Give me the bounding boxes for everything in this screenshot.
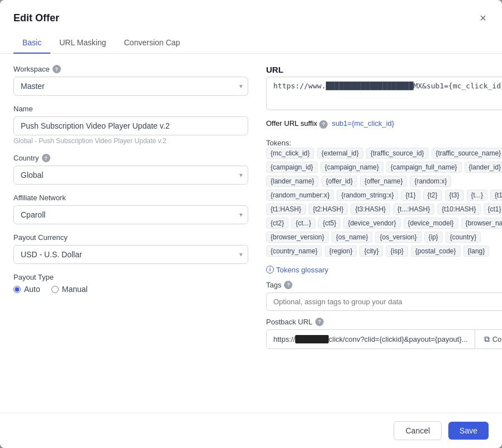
postback-url-label: Postback URL	[266, 318, 312, 326]
name-input[interactable]	[13, 116, 248, 135]
token[interactable]: {ct...}	[291, 218, 315, 229]
close-button[interactable]: ×	[477, 10, 489, 26]
token[interactable]: {t3:HASH}	[351, 204, 390, 215]
token[interactable]: {t1:HASH}	[266, 204, 306, 215]
token[interactable]: {lang}	[463, 246, 490, 257]
token[interactable]: {t10:HASH}	[437, 204, 480, 215]
token[interactable]: {offer_id}	[321, 176, 357, 187]
token[interactable]: {random_number:x}	[266, 190, 334, 201]
token[interactable]: {lander_id}	[465, 162, 502, 173]
payout-type-manual-label[interactable]: Manual	[51, 285, 88, 294]
workspace-field: Workspace ? Master ▾	[13, 65, 248, 96]
tabs-bar: Basic URL Masking Conversion Cap	[0, 32, 502, 54]
token[interactable]: {t...}	[467, 190, 487, 201]
tab-url-masking[interactable]: URL Masking	[50, 32, 115, 54]
save-button[interactable]: Save	[448, 422, 489, 440]
payout-currency-field: Payout Currency USD - U.S. Dollar ▾	[13, 233, 248, 264]
tokens-container: {mc_click_id}{external_id}{traffic_sourc…	[266, 148, 502, 257]
workspace-select-wrap: Master ▾	[13, 77, 248, 96]
postback-url-text: https:// click/conv?clid={clickid}&payou…	[267, 331, 475, 348]
workspace-select[interactable]: Master	[13, 77, 248, 96]
token[interactable]: {region}	[325, 246, 357, 257]
name-field: Name Global - Push Subscription Video Pl…	[13, 105, 248, 145]
token[interactable]: {traffic_source_name}	[432, 148, 502, 159]
payout-currency-select-wrap: USD - U.S. Dollar ▾	[13, 245, 248, 264]
tab-conversion-cap[interactable]: Conversion Cap	[115, 32, 189, 54]
token[interactable]: {offer_name}	[360, 176, 408, 187]
token[interactable]: {ct1}	[484, 204, 502, 215]
token[interactable]: {campaign_name}	[320, 162, 383, 173]
offer-url-suffix-help-icon: ?	[319, 120, 328, 129]
right-panel: URL https://www.████████████████████MX&s…	[266, 65, 502, 402]
modal-body: Workspace ? Master ▾ Name Global - Push …	[0, 54, 502, 413]
offer-url-suffix-link[interactable]: sub1={mc_click_id}	[331, 119, 394, 128]
token[interactable]: {isp}	[386, 246, 408, 257]
token[interactable]: {t...:HASH}	[393, 204, 434, 215]
tokens-label: Tokens:	[266, 139, 291, 147]
cancel-button[interactable]: Cancel	[394, 421, 442, 440]
token[interactable]: {external_id}	[317, 148, 363, 159]
copy-label: Copy	[492, 335, 502, 343]
country-label: Country	[13, 154, 39, 162]
token[interactable]: {mc_click_id}	[266, 148, 314, 159]
workspace-label: Workspace	[13, 65, 50, 73]
payout-type-manual-radio[interactable]	[51, 286, 59, 293]
token[interactable]: {t2:HASH}	[309, 204, 348, 215]
token[interactable]: {campaign_id}	[266, 162, 318, 173]
modal: Edit Offer × Basic URL Masking Conversio…	[0, 0, 502, 448]
token[interactable]: {os_name}	[331, 232, 372, 243]
token[interactable]: {traffic_source_id}	[366, 148, 429, 159]
payout-type-auto-radio[interactable]	[13, 286, 21, 293]
token[interactable]: {t3}	[445, 190, 464, 201]
offer-url-suffix-row: Offer URL suffix ? sub1={mc_click_id}	[266, 119, 502, 129]
postback-url-field: Postback URL ? https:// click/conv?clid=…	[266, 318, 502, 349]
name-label: Name	[13, 105, 33, 113]
token[interactable]: {ip}	[424, 232, 443, 243]
postback-url-help-icon: ?	[315, 318, 324, 326]
country-select[interactable]: Global	[13, 166, 248, 185]
token[interactable]: {postal_code}	[411, 246, 461, 257]
left-panel: Workspace ? Master ▾ Name Global - Push …	[13, 65, 248, 402]
payout-currency-select[interactable]: USD - U.S. Dollar	[13, 245, 248, 264]
token[interactable]: {t1}	[401, 190, 420, 201]
token[interactable]: {city}	[359, 246, 383, 257]
copy-button[interactable]: ⧉ Copy	[475, 330, 502, 348]
tags-input[interactable]	[266, 293, 502, 311]
token[interactable]: {device_vendor}	[343, 218, 400, 229]
token[interactable]: {os_version}	[375, 232, 421, 243]
tags-help-icon: ?	[284, 281, 292, 289]
token[interactable]: {browser_name}	[461, 218, 502, 229]
workspace-help-icon: ?	[53, 65, 61, 73]
tokens-glossary-link[interactable]: i Tokens glossary	[266, 266, 502, 274]
payout-type-manual-text: Manual	[62, 285, 88, 294]
url-textarea[interactable]: https://www.████████████████████MX&sub1=…	[266, 77, 502, 110]
offer-url-suffix-label: Offer URL suffix	[266, 119, 318, 128]
token[interactable]: {country_name}	[266, 246, 322, 257]
modal-title: Edit Offer	[13, 12, 59, 24]
country-help-icon: ?	[42, 154, 50, 162]
affiliate-network-select-wrap: Cparoll ▾	[13, 205, 248, 224]
tokens-section: Tokens: {mc_click_id}{external_id}{traff…	[266, 138, 502, 257]
token[interactable]: {random:x}	[410, 176, 451, 187]
country-field: Country ? Global ▾	[13, 154, 248, 185]
token[interactable]: {t10}	[490, 190, 502, 201]
modal-footer: Cancel Save	[0, 413, 502, 448]
tags-field: Tags ?	[266, 281, 502, 311]
token[interactable]: {country}	[446, 232, 481, 243]
token[interactable]: {random_string:x}	[337, 190, 398, 201]
copy-icon: ⧉	[484, 334, 490, 344]
payout-type-radio-group: Auto Manual	[13, 285, 248, 294]
payout-type-auto-label[interactable]: Auto	[13, 285, 40, 294]
token[interactable]: {ct2}	[266, 218, 288, 229]
token[interactable]: {ct5}	[318, 218, 340, 229]
token[interactable]: {browser_version}	[266, 232, 329, 243]
payout-currency-label: Payout Currency	[13, 233, 68, 242]
url-field: URL https://www.████████████████████MX&s…	[266, 65, 502, 112]
payout-type-field: Payout Type Auto Manual	[13, 273, 248, 294]
token[interactable]: {t2}	[423, 190, 442, 201]
affiliate-network-select[interactable]: Cparoll	[13, 205, 248, 224]
tab-basic[interactable]: Basic	[13, 32, 50, 54]
token[interactable]: {lander_name}	[266, 176, 319, 187]
token[interactable]: {device_model}	[404, 218, 458, 229]
token[interactable]: {campaign_full_name}	[386, 162, 462, 173]
